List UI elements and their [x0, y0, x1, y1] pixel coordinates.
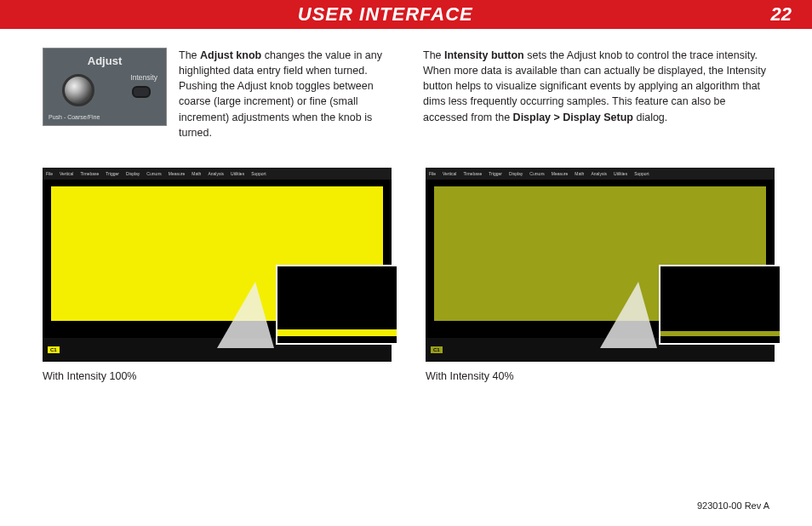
menu-item: Analysis	[591, 171, 607, 176]
push-label: Push - Coarse/Fine	[49, 113, 100, 122]
channel-badge: C1	[431, 346, 443, 353]
content-columns: Adjust Intensity Push - Coarse/Fine The …	[0, 29, 812, 140]
bold-text: Display > Display Setup	[513, 111, 633, 123]
inset-waveform	[660, 331, 780, 336]
scope-block-100: File Vertical Timebase Trigger Display C…	[43, 168, 392, 382]
intensity-label: Intensity	[130, 72, 157, 83]
text: dialog.	[633, 111, 667, 123]
zoom-inset-100	[276, 265, 398, 345]
scope-menu-bar: File Vertical Timebase Trigger Display C…	[43, 168, 392, 180]
menu-item: File	[429, 171, 436, 176]
menu-item: Measure	[552, 171, 568, 176]
page-title: USER INTERFACE	[0, 3, 771, 26]
scope-screenshot-100: File Vertical Timebase Trigger Display C…	[43, 168, 392, 362]
zoom-triangle-icon	[600, 282, 657, 348]
adjust-knob-icon	[62, 74, 94, 106]
scope-menu-bar: File Vertical Timebase Trigger Display C…	[426, 168, 775, 180]
menu-item: Utilities	[614, 171, 627, 176]
menu-item: Vertical	[60, 171, 73, 176]
right-column: The Intensity button sets the Adjust kno…	[423, 48, 769, 140]
menu-item: Timebase	[80, 171, 99, 176]
screenshots-row: File Vertical Timebase Trigger Display C…	[0, 168, 812, 382]
menu-item: Display	[126, 171, 140, 176]
menu-item: Display	[509, 171, 523, 176]
text: changes the value in any highlighted dat…	[179, 49, 382, 139]
header-bar: USER INTERFACE 22	[0, 0, 812, 29]
page-number: 22	[771, 3, 792, 26]
hardware-photo: Adjust Intensity Push - Coarse/Fine	[43, 48, 167, 126]
intensity-button-icon	[132, 86, 151, 98]
menu-item: Support	[251, 171, 266, 176]
zoom-inset-40	[659, 265, 781, 345]
menu-item: Trigger	[489, 171, 502, 176]
bold-text: Adjust knob	[200, 49, 261, 61]
text: The	[179, 49, 200, 61]
caption-100: With Intensity 100%	[43, 370, 392, 382]
menu-item: Measure	[169, 171, 185, 176]
menu-item: File	[46, 171, 53, 176]
adjust-label: Adjust	[43, 54, 166, 70]
menu-item: Analysis	[208, 171, 224, 176]
text: The	[423, 49, 444, 61]
bold-text: Intensity button	[444, 49, 524, 61]
zoom-triangle-icon	[217, 282, 274, 348]
scope-block-40: File Vertical Timebase Trigger Display C…	[426, 168, 775, 382]
intensity-description: The Intensity button sets the Adjust kno…	[423, 48, 769, 125]
caption-40: With Intensity 40%	[426, 370, 775, 382]
channel-badge: C1	[48, 346, 60, 353]
adjust-description: The Adjust knob changes the value in any…	[179, 48, 389, 140]
menu-item: Math	[192, 171, 201, 176]
menu-item: Timebase	[463, 171, 482, 176]
left-column: Adjust Intensity Push - Coarse/Fine The …	[43, 48, 389, 140]
menu-item: Cursors	[529, 171, 545, 176]
menu-item: Support	[634, 171, 649, 176]
inset-waveform	[277, 329, 397, 336]
menu-item: Utilities	[231, 171, 244, 176]
menu-item: Vertical	[443, 171, 456, 176]
footer-revision: 923010-00 Rev A	[697, 500, 769, 511]
menu-item: Math	[575, 171, 584, 176]
menu-item: Cursors	[146, 171, 162, 176]
scope-screenshot-40: File Vertical Timebase Trigger Display C…	[426, 168, 775, 362]
menu-item: Trigger	[106, 171, 119, 176]
